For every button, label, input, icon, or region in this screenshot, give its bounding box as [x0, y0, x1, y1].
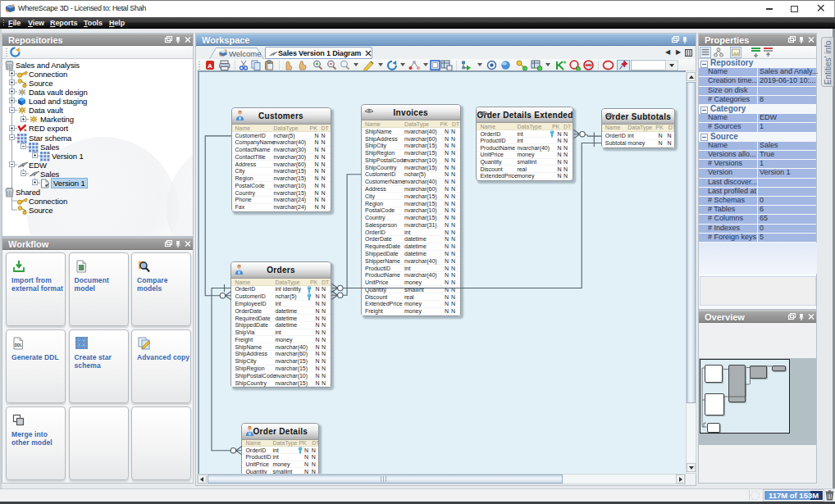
svg-text:A: A — [208, 62, 212, 70]
svg-text:DDL: DDL — [15, 343, 22, 347]
